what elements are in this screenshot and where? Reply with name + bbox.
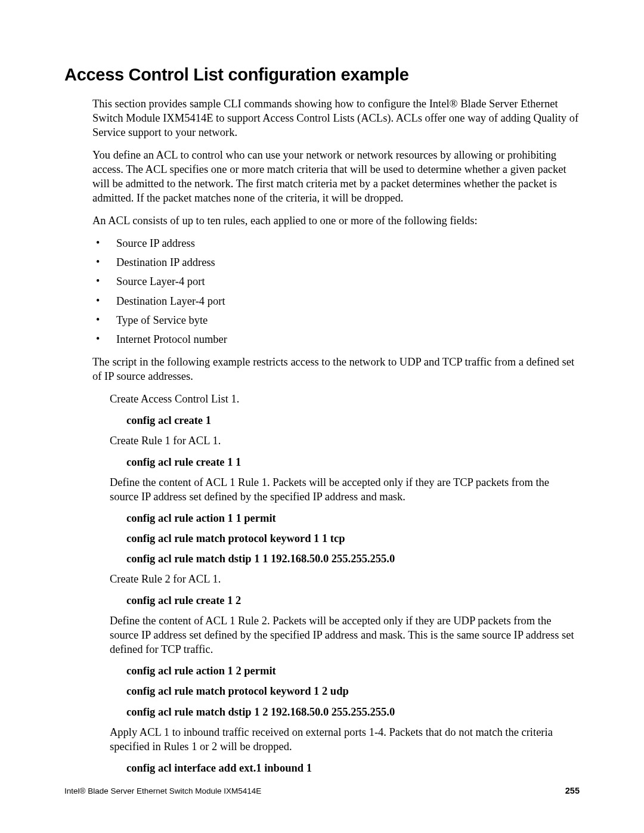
command-line: config acl rule match dstip 1 2 192.168.…: [126, 705, 580, 719]
list-item: Destination IP address: [96, 255, 580, 270]
step-create-rule1: Create Rule 1 for ACL 1.: [110, 433, 580, 448]
command-line: config acl rule action 1 2 permit: [126, 664, 580, 678]
command-line: config acl rule match dstip 1 1 192.168.…: [126, 552, 580, 566]
list-item: Source Layer-4 port: [96, 274, 580, 289]
script-intro: The script in the following example rest…: [92, 355, 580, 383]
step-create-rule2: Create Rule 2 for ACL 1.: [110, 572, 580, 586]
fields-list: Source IP address Destination IP address…: [96, 236, 580, 346]
command-line: config acl interface add ext.1 inbound 1: [126, 761, 580, 775]
command-line: config acl rule create 1 1: [126, 455, 580, 469]
command-line: config acl rule create 1 2: [126, 593, 580, 608]
step-apply-acl: Apply ACL 1 to inbound traffic received …: [110, 725, 580, 754]
command-line: config acl rule match protocol keyword 1…: [126, 684, 580, 698]
list-item: Internet Protocol number: [96, 332, 580, 346]
intro-paragraph-1: This section provides sample CLI command…: [92, 97, 580, 140]
page-container: Access Control List configuration exampl…: [0, 0, 644, 833]
list-item: Type of Service byte: [96, 313, 580, 327]
fields-intro: An ACL consists of up to ten rules, each…: [92, 213, 580, 228]
command-line: config acl create 1: [126, 413, 580, 428]
intro-paragraph-2: You define an ACL to control who can use…: [92, 148, 580, 205]
command-line: config acl rule action 1 1 permit: [126, 511, 580, 525]
step-define-rule2: Define the content of ACL 1 Rule 2. Pack…: [110, 614, 580, 657]
step-create-acl: Create Access Control List 1.: [110, 392, 580, 406]
list-item: Source IP address: [96, 236, 580, 250]
footer-product-name: Intel® Blade Server Ethernet Switch Modu…: [64, 786, 261, 795]
footer-page-number: 255: [565, 786, 580, 795]
command-line: config acl rule match protocol keyword 1…: [126, 531, 580, 546]
page-footer: Intel® Blade Server Ethernet Switch Modu…: [64, 786, 580, 795]
page-title: Access Control List configuration exampl…: [64, 65, 580, 85]
list-item: Destination Layer-4 port: [96, 294, 580, 308]
step-define-rule1: Define the content of ACL 1 Rule 1. Pack…: [110, 475, 580, 504]
